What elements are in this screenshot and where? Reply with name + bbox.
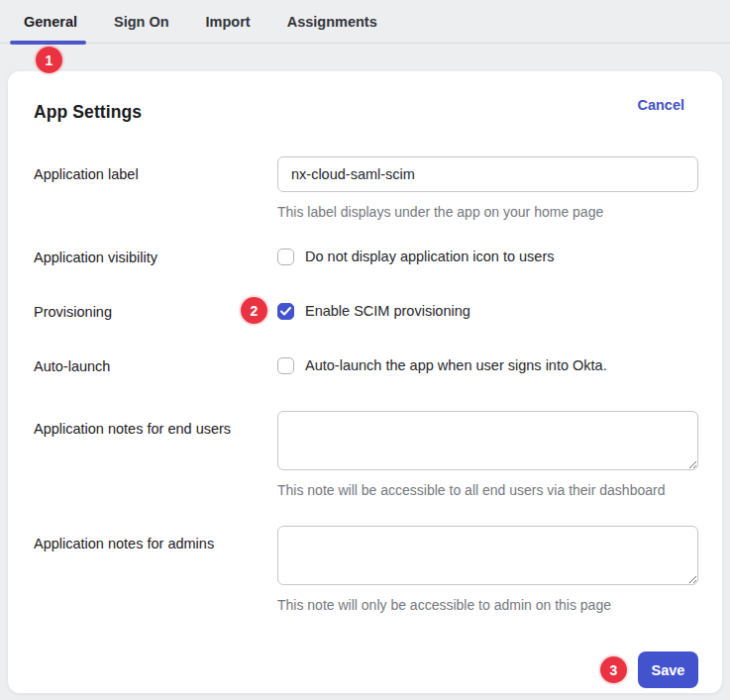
notes-end-users-label: Application notes for end users <box>34 411 277 438</box>
notes-end-users-textarea[interactable] <box>277 411 698 470</box>
hide-app-icon-checkbox[interactable] <box>277 249 294 265</box>
enable-scim-checkbox[interactable] <box>277 303 294 320</box>
active-tab-indicator <box>10 41 86 45</box>
notes-end-users-row: Application notes for end users This not… <box>34 411 698 498</box>
application-label-input[interactable] <box>277 156 698 192</box>
application-visibility-row: Application visibility Do not display ap… <box>34 248 698 266</box>
hide-app-icon-checkbox-label[interactable]: Do not display application icon to users <box>305 248 554 265</box>
page-title: App Settings <box>34 95 142 123</box>
app-settings-panel: App Settings Cancel Application label Th… <box>8 71 722 693</box>
step-badge-2: 2 <box>241 297 267 324</box>
auto-launch-checkbox-label[interactable]: Auto-launch the app when user signs into… <box>305 356 607 374</box>
tab-bar: General Sign On Import Assignments <box>0 0 730 44</box>
application-label-label: Application label <box>34 156 277 183</box>
provisioning-row: 2 Provisioning Enable SCIM provisioning <box>34 302 698 321</box>
step-badge-3: 3 <box>600 656 627 683</box>
cancel-link[interactable]: Cancel <box>635 95 698 115</box>
panel-footer: 3 Save <box>34 651 698 688</box>
enable-scim-checkbox-label[interactable]: Enable SCIM provisioning <box>305 302 470 320</box>
panel-header: App Settings Cancel <box>34 95 698 123</box>
save-button[interactable]: Save <box>638 651 698 688</box>
tab-sign-on[interactable]: Sign On <box>114 14 169 30</box>
auto-launch-row: Auto-launch Auto-launch the app when use… <box>34 356 698 375</box>
notes-admins-textarea[interactable] <box>277 526 698 585</box>
tab-assignments[interactable]: Assignments <box>287 14 377 30</box>
notes-admins-help: This note will only be accessible to adm… <box>277 597 698 613</box>
tab-import[interactable]: Import <box>206 14 251 30</box>
application-label-help: This label displays under the app on you… <box>277 204 698 220</box>
auto-launch-checkbox[interactable] <box>277 357 294 374</box>
auto-launch-label: Auto-launch <box>34 356 277 375</box>
application-label-row: Application label This label displays un… <box>34 156 698 220</box>
tab-general[interactable]: General <box>24 14 77 30</box>
notes-admins-label: Application notes for admins <box>34 526 277 552</box>
step-badge-1: 1 <box>36 47 62 73</box>
application-visibility-label: Application visibility <box>34 248 277 266</box>
notes-end-users-help: This note will be accessible to all end … <box>277 482 698 498</box>
notes-admins-row: Application notes for admins This note w… <box>34 526 698 613</box>
